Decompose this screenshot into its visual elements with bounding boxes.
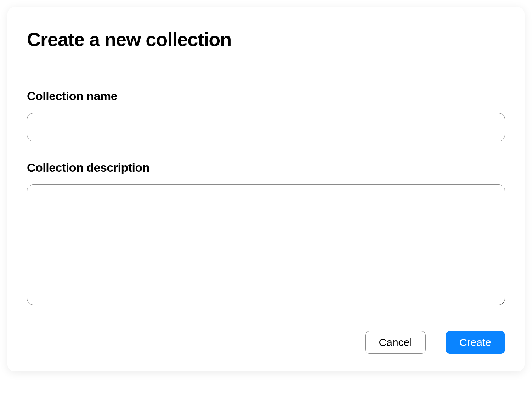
collection-description-label: Collection description bbox=[27, 161, 505, 175]
collection-name-input[interactable] bbox=[27, 113, 505, 141]
collection-name-group: Collection name bbox=[27, 89, 505, 141]
collection-description-group: Collection description bbox=[27, 161, 505, 306]
create-button[interactable]: Create bbox=[446, 331, 505, 354]
collection-description-textarea[interactable] bbox=[27, 184, 505, 305]
modal-button-row: Cancel Create bbox=[27, 331, 505, 354]
cancel-button[interactable]: Cancel bbox=[365, 331, 426, 354]
collection-name-label: Collection name bbox=[27, 89, 505, 103]
modal-title: Create a new collection bbox=[27, 28, 505, 50]
create-collection-modal: Create a new collection Collection name … bbox=[7, 7, 525, 371]
